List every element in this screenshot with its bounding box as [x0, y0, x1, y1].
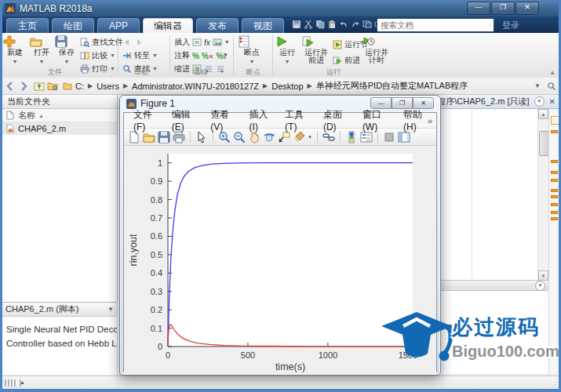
caret-icon: ▼	[64, 59, 70, 64]
tab-plots[interactable]: 绘图	[52, 18, 94, 34]
svg-text:0: 0	[166, 350, 170, 360]
figure-minimize-button[interactable]: —	[370, 97, 392, 109]
open-button[interactable]: 打开▼	[30, 35, 53, 65]
find-files-button[interactable]: 查找文件	[80, 37, 123, 48]
editor-indicator-mark[interactable]	[551, 179, 558, 182]
tab-editor[interactable]: 编辑器	[143, 18, 193, 34]
watermark-cn-text: 必过源码	[452, 314, 559, 341]
save-button[interactable]: 保存▼	[55, 35, 78, 65]
save-icon[interactable]	[292, 20, 301, 29]
wrap-comments-icon[interactable]: %⁋	[217, 52, 228, 60]
message-summary-box[interactable]	[551, 116, 559, 125]
paste-icon[interactable]	[327, 20, 337, 29]
breadcrumb-item[interactable]: Users	[97, 82, 119, 91]
browse-folder-icon[interactable]	[47, 81, 58, 92]
compare-button[interactable]: 比较▼	[80, 50, 115, 61]
breadcrumb-item[interactable]: Desktop	[271, 82, 303, 91]
caret-icon[interactable]: ▼	[224, 40, 230, 45]
editor-panel-divider[interactable]: ▼	[441, 280, 548, 291]
watermark: 必过源码 Biguo100.com	[380, 309, 559, 372]
menu-view[interactable]: 查看(V)	[204, 108, 242, 132]
editor-indicator-mark[interactable]	[551, 203, 558, 206]
search-icon[interactable]	[490, 20, 491, 30]
redo-icon[interactable]	[351, 20, 360, 29]
editor-indicator-mark[interactable]	[551, 160, 558, 163]
file-row-chap6-2[interactable]: CHAP6_2.m	[2, 122, 117, 135]
sort-ascending-icon: ▲	[38, 113, 44, 118]
svg-text:0.6: 0.6	[151, 231, 162, 241]
brush-caret-icon[interactable]: ▼	[308, 135, 312, 140]
goto-button[interactable]: 转至▼	[122, 50, 158, 61]
menu-overflow-icon[interactable]: »	[428, 116, 432, 125]
run-time-button[interactable]: 运行并计时	[362, 35, 391, 64]
panel-collapse-icon[interactable]: ▼	[535, 281, 545, 291]
menu-insert[interactable]: 插入(I)	[243, 108, 279, 132]
breadcrumb-item[interactable]: 单神经元网络PID自动整定MATLAB程序	[316, 80, 468, 92]
caret-icon: ▼	[285, 59, 290, 64]
svg-text:1: 1	[158, 158, 162, 168]
name-column-header[interactable]: 名称 ▲	[2, 109, 117, 122]
tab-view[interactable]: 视图	[242, 18, 284, 34]
resize-grip-icon[interactable]: ⋰	[551, 381, 558, 388]
run-section-icon	[333, 40, 342, 49]
advance-button[interactable]: 前进	[333, 55, 360, 66]
new-script-button[interactable]: 新建▼	[3, 35, 27, 65]
document-actions-icon[interactable]: ▼	[534, 96, 545, 107]
insert-image-icon[interactable]	[213, 38, 222, 47]
close-document-icon[interactable]: ✕	[549, 97, 556, 106]
compare-icon	[80, 51, 89, 60]
copy-icon[interactable]	[315, 20, 325, 29]
address-search-icon[interactable]	[547, 82, 556, 91]
menu-edit[interactable]: 编辑(E)	[166, 108, 204, 132]
address-dropdown-icon[interactable]: ▼	[534, 82, 541, 89]
minimize-button[interactable]: —	[467, 2, 490, 15]
insert-fx-icon[interactable]: fx	[204, 38, 210, 47]
up-one-level-icon[interactable]	[34, 81, 45, 92]
menu-file[interactable]: 文件(F)	[127, 108, 166, 132]
breakpoints-button[interactable]: 断点▼	[238, 35, 266, 65]
close-button[interactable]: ✕	[515, 2, 539, 15]
tab-apps[interactable]: APP	[97, 18, 140, 34]
editor-indicator-mark[interactable]	[551, 217, 558, 220]
figure-titlebar[interactable]: Figure 1	[126, 98, 175, 109]
editor-indicator-mark[interactable]	[551, 211, 558, 214]
run-button[interactable]: 运行▼	[275, 35, 299, 65]
figure-close-button[interactable]: ✕	[413, 97, 434, 109]
scroll-up-icon[interactable]: ▲	[538, 109, 548, 119]
svg-text:0.8: 0.8	[151, 195, 162, 205]
breadcrumb-separator	[263, 82, 268, 89]
menu-tools[interactable]: 工具(T)	[279, 108, 317, 132]
breadcrumb-item[interactable]: Administrator.WIN7U-20180127Z	[132, 82, 259, 91]
sign-in-link[interactable]: 登录	[502, 20, 519, 31]
run-advance-button[interactable]: 运行并前进	[302, 35, 330, 64]
comment-icon[interactable]: %	[192, 52, 199, 60]
cut-icon[interactable]	[304, 20, 313, 29]
tab-home[interactable]: 主页	[6, 18, 49, 34]
editor-indicator-mark[interactable]	[551, 171, 558, 174]
detail-header[interactable]: CHAP6_2.m (脚本) ▼	[2, 303, 117, 317]
svg-text:0.1: 0.1	[151, 324, 162, 333]
search-input[interactable]	[377, 20, 490, 30]
menu-desktop[interactable]: 桌面(D)	[317, 108, 356, 132]
editor-indicator-mark[interactable]	[551, 189, 558, 192]
detail-collapse-icon[interactable]: ▼	[107, 303, 114, 316]
forward-icon[interactable]	[134, 38, 144, 47]
menu-window[interactable]: 窗口(W)	[356, 108, 397, 132]
print-button[interactable]: 打印▼	[80, 64, 115, 74]
back-icon[interactable]	[122, 38, 132, 47]
editor-indicator-mark[interactable]	[551, 195, 558, 198]
nav-forward-icon[interactable]	[18, 81, 29, 92]
uncomment-icon[interactable]: %✕	[202, 52, 214, 60]
tab-publish[interactable]: 发布	[196, 18, 239, 34]
switch-window-icon[interactable]	[362, 20, 372, 29]
editor-indicator-mark[interactable]	[551, 130, 558, 133]
figure-restore-button[interactable]: ❐	[392, 97, 413, 109]
insert-section-icon[interactable]	[192, 38, 202, 47]
undo-icon[interactable]	[339, 20, 348, 29]
breadcrumb-item[interactable]: C:	[75, 82, 84, 91]
restore-button[interactable]: ❐	[491, 2, 515, 15]
status-grip[interactable]: ▲	[5, 379, 22, 387]
nav-back-icon[interactable]	[5, 81, 16, 92]
editor-scrollbar[interactable]: ▲ ▼	[537, 109, 549, 281]
collapse-ribbon-icon[interactable]: ▲	[549, 69, 556, 76]
